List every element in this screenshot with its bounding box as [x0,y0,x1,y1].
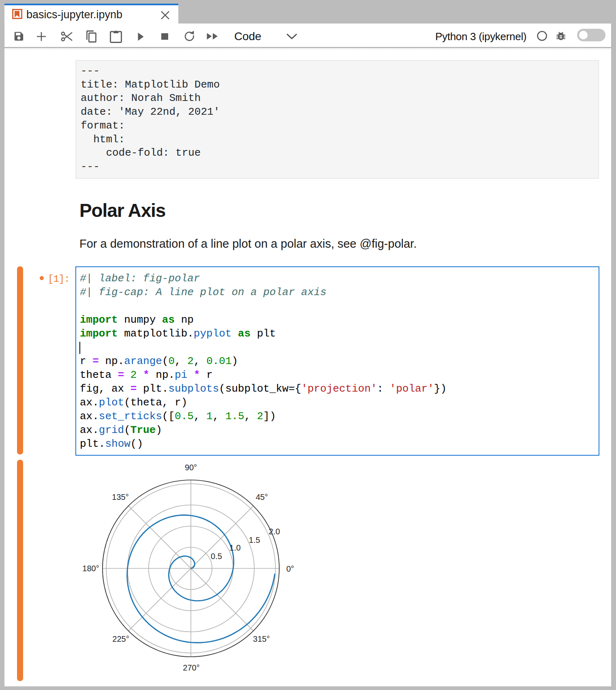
svg-text:180°: 180° [82,564,99,573]
svg-text:1.0: 1.0 [229,543,241,552]
svg-text:225°: 225° [112,634,129,643]
svg-text:135°: 135° [112,493,128,501]
svg-text:90°: 90° [185,463,197,472]
svg-text:270°: 270° [183,663,199,672]
svg-text:1.5: 1.5 [249,536,260,544]
svg-text:45°: 45° [256,493,268,501]
svg-text:2.0: 2.0 [269,527,280,536]
svg-text:315°: 315° [253,634,270,643]
svg-text:0°: 0° [286,564,294,573]
svg-text:0.5: 0.5 [211,552,222,561]
